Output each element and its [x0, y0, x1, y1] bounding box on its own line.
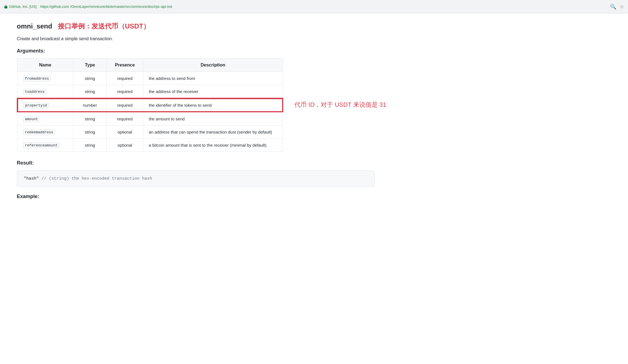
url-path: /OmniLayer/omnicore/blob/master/src/omni…	[70, 4, 172, 9]
page-description: Create and broadcast a simple send trans…	[17, 36, 375, 41]
page-title-sub: 接口举例：发送代币（USDT）	[58, 22, 150, 31]
cell-type: string	[73, 139, 107, 152]
cell-name: propertyid	[17, 98, 73, 112]
header-description: Description	[143, 59, 283, 72]
cell-description: the identifier of the tokens to send	[143, 98, 283, 112]
cell-presence: optional	[107, 125, 143, 139]
bookmark-icon[interactable]: ☆	[620, 4, 624, 10]
result-section: Result: "hash" // (string) the hex-encod…	[17, 160, 375, 187]
arguments-table: Name Type Presence Description fromaddre…	[17, 58, 283, 152]
cell-name: amount	[17, 112, 73, 125]
cell-description: the address to send from	[143, 72, 283, 85]
cell-type: string	[73, 125, 107, 139]
cell-presence: required	[107, 112, 143, 125]
row-annotation: 代币 ID，对于 USDT 来说值是 31	[289, 101, 386, 109]
browser-bar: GitHub, Inc. [US] | https://github.com/O…	[0, 0, 628, 13]
cell-type: number	[73, 98, 107, 112]
lock-icon	[4, 5, 8, 9]
cell-description: the amount to send	[143, 112, 283, 125]
url-domain: https://github.com	[40, 4, 69, 9]
result-code: "hash" // (string) the hex-encoded trans…	[24, 176, 152, 181]
table-row: toaddressstringrequiredthe address of th…	[17, 85, 283, 98]
cell-name: referenceamount	[17, 139, 73, 152]
table-wrapper: Name Type Presence Description fromaddre…	[17, 58, 283, 160]
browser-icons: 🔍 ☆	[610, 4, 624, 10]
cell-presence: required	[107, 98, 143, 112]
table-container: Name Type Presence Description fromaddre…	[17, 58, 375, 160]
cell-presence: optional	[107, 139, 143, 152]
search-icon[interactable]: 🔍	[610, 4, 616, 10]
table-row: fromaddressstringrequiredthe address to …	[17, 72, 283, 85]
header-name: Name	[17, 59, 73, 72]
cell-type: string	[73, 85, 107, 98]
result-code-block: "hash" // (string) the hex-encoded trans…	[17, 170, 375, 187]
cell-name: redeemaddress	[17, 125, 73, 139]
result-heading: Result:	[17, 160, 375, 166]
page-title-main: omni_send	[17, 22, 52, 30]
header-type: Type	[73, 59, 107, 72]
annotation-aside: 代币 ID，对于 USDT 来说值是 31	[283, 101, 386, 109]
cell-name: fromaddress	[17, 72, 73, 85]
example-heading: Example:	[17, 194, 375, 199]
table-row: referenceamountstringoptionala bitcoin a…	[17, 139, 283, 152]
cell-type: string	[73, 112, 107, 125]
security-label: GitHub, Inc. [US]	[9, 4, 37, 9]
cell-presence: required	[107, 72, 143, 85]
table-row: amountstringrequiredthe amount to send	[17, 112, 283, 125]
table-header-row: Name Type Presence Description	[17, 59, 283, 72]
separator: |	[38, 4, 39, 9]
table-row: redeemaddressstringoptionalan address th…	[17, 125, 283, 139]
page-content: omni_send 接口举例：发送代币（USDT） Create and bro…	[0, 13, 391, 221]
header-presence: Presence	[107, 59, 143, 72]
cell-type: string	[73, 72, 107, 85]
cell-description: an address that can spend the transactio…	[143, 125, 283, 139]
cell-name: toaddress	[17, 85, 73, 98]
arguments-heading: Arguments:	[17, 48, 375, 54]
code-comment: // (string) the hex-encoded transaction …	[41, 176, 152, 181]
cell-presence: required	[107, 85, 143, 98]
table-row: propertyidnumberrequiredthe identifier o…	[17, 98, 283, 112]
browser-security: GitHub, Inc. [US] | https://github.com/O…	[4, 4, 172, 9]
code-literal: "hash"	[24, 176, 41, 181]
cell-description: a bitcoin amount that is sent to the rec…	[143, 139, 283, 152]
cell-description: the address of the receiver	[143, 85, 283, 98]
page-title-row: omni_send 接口举例：发送代币（USDT）	[17, 22, 375, 31]
